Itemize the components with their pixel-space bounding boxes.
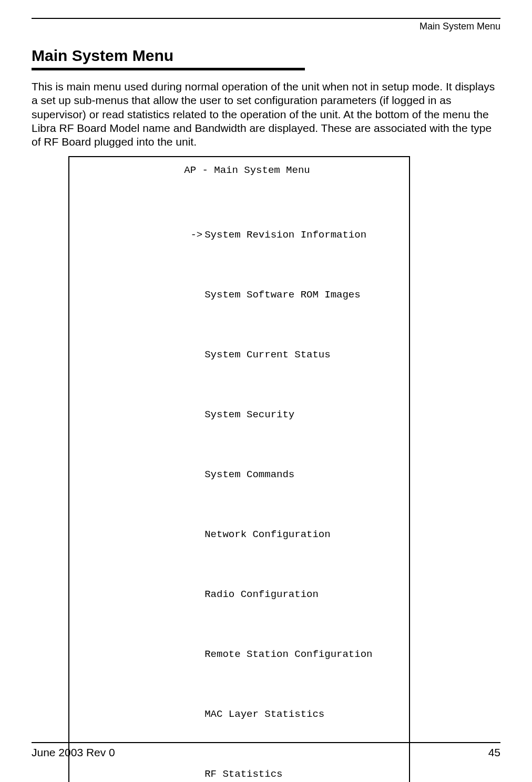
header-rule bbox=[32, 18, 500, 19]
blank-arrow bbox=[185, 708, 204, 721]
selection-arrow-icon: -> bbox=[185, 229, 204, 241]
blank-arrow bbox=[185, 349, 204, 361]
menu-item[interactable]: System Security bbox=[137, 397, 400, 433]
blank-arrow bbox=[185, 409, 204, 421]
footer-rule bbox=[32, 742, 500, 743]
menu-item-label: System Current Status bbox=[204, 349, 330, 361]
menu-item[interactable]: Network Configuration bbox=[137, 517, 400, 553]
menu-item-label: System Software ROM Images bbox=[204, 289, 360, 301]
menu-item[interactable]: Radio Configuration bbox=[137, 577, 400, 613]
terminal-menu: ->System Revision Information System Sof… bbox=[79, 193, 400, 782]
menu-item[interactable]: System Commands bbox=[137, 457, 400, 493]
footer-date: June 2003 Rev 0 bbox=[32, 746, 115, 759]
menu-item[interactable]: Remote Station Configuration bbox=[137, 637, 400, 673]
menu-item-label: Remote Station Configuration bbox=[204, 649, 372, 661]
blank-arrow bbox=[185, 469, 204, 481]
blank-arrow bbox=[185, 589, 204, 601]
menu-item[interactable]: MAC Layer Statistics bbox=[137, 697, 400, 733]
menu-item-label: System Security bbox=[204, 409, 294, 421]
running-header: Main System Menu bbox=[32, 21, 500, 32]
blank-arrow bbox=[185, 529, 204, 541]
menu-item[interactable]: ->System Revision Information bbox=[137, 218, 400, 253]
menu-item[interactable]: RF Statistics bbox=[137, 757, 400, 783]
page-title: Main System Menu bbox=[32, 47, 500, 65]
menu-item-label: Radio Configuration bbox=[204, 589, 319, 601]
menu-item-label: System Commands bbox=[204, 469, 294, 481]
menu-item-label: RF Statistics bbox=[204, 768, 282, 780]
terminal-screen: AP - Main System Menu ->System Revision … bbox=[68, 156, 410, 782]
blank-arrow bbox=[185, 649, 204, 661]
terminal-title: AP - Main System Menu bbox=[79, 164, 400, 177]
intro-paragraph: This is main menu used during normal ope… bbox=[32, 80, 500, 149]
menu-item[interactable]: System Software ROM Images bbox=[137, 277, 400, 313]
blank-arrow bbox=[185, 768, 204, 780]
menu-item[interactable]: System Current Status bbox=[137, 337, 400, 373]
menu-item-label: MAC Layer Statistics bbox=[204, 708, 324, 721]
page-footer: June 2003 Rev 0 45 bbox=[32, 746, 500, 759]
page-number: 45 bbox=[488, 746, 500, 759]
menu-item-label: Network Configuration bbox=[204, 529, 330, 541]
section-underline bbox=[32, 68, 305, 70]
menu-item-label: System Revision Information bbox=[204, 229, 366, 241]
blank-arrow bbox=[185, 289, 204, 301]
